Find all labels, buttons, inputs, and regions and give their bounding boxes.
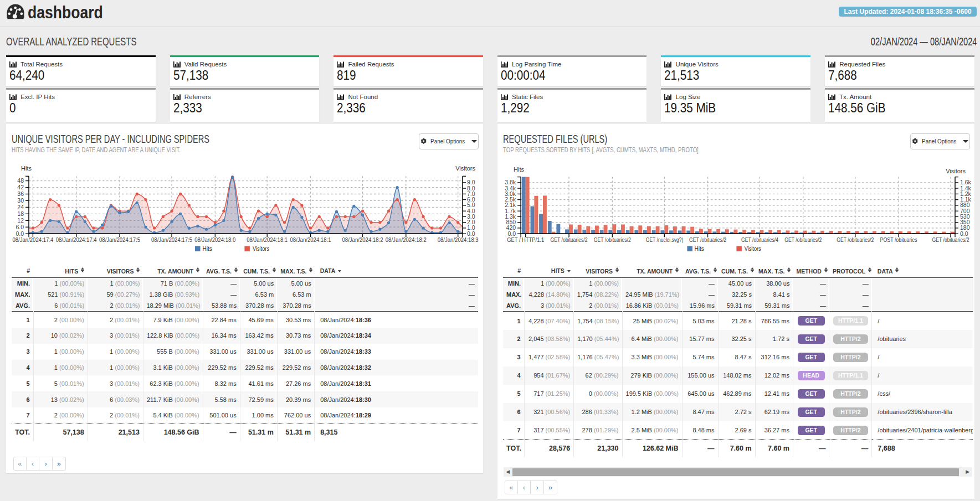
- svg-text:0.0: 0.0: [467, 230, 475, 237]
- svg-text:08/Jan/2024:17:4: 08/Jan/2024:17:4: [56, 236, 97, 243]
- svg-text:Hits: Hits: [21, 165, 32, 172]
- svg-text:12: 12: [17, 217, 24, 224]
- svg-text:700: 700: [960, 208, 970, 214]
- svg-text:350: 350: [960, 219, 970, 225]
- svg-text:18: 18: [17, 210, 24, 217]
- svg-text:Hits: Hits: [203, 246, 212, 252]
- svg-text:08/Jan/2024:18:0: 08/Jan/2024:18:0: [194, 236, 235, 243]
- svg-text:1.6k: 1.6k: [960, 179, 972, 186]
- svg-text:1.2k: 1.2k: [960, 190, 972, 197]
- svg-text:08/Jan/2024:18:1: 08/Jan/2024:18:1: [290, 236, 331, 243]
- svg-text:48: 48: [17, 177, 24, 184]
- svg-text:Visitors: Visitors: [745, 246, 761, 252]
- svg-text:GET /nuclei.svg?|: GET /nuclei.svg?|: [646, 236, 683, 243]
- svg-text:Hits: Hits: [695, 246, 704, 252]
- svg-text:08/Jan/2024:17:4: 08/Jan/2024:17:4: [12, 236, 53, 243]
- svg-text:Hits: Hits: [514, 166, 524, 173]
- svg-text:2.0: 2.0: [467, 219, 475, 225]
- svg-text:GET / HTTP/1.1: GET / HTTP/1.1: [507, 236, 544, 243]
- svg-text:850: 850: [506, 219, 516, 225]
- svg-text:GET /obituaries/4: GET /obituaries/4: [741, 236, 778, 243]
- svg-text:42: 42: [17, 184, 24, 190]
- svg-text:08/Jan/2024:17:5: 08/Jan/2024:17:5: [99, 236, 140, 243]
- svg-text:Visitors: Visitors: [253, 246, 269, 252]
- svg-text:6.0: 6.0: [16, 224, 24, 230]
- svg-text:0.0: 0.0: [16, 230, 24, 237]
- svg-text:3.0k: 3.0k: [505, 190, 516, 197]
- svg-text:08/Jan/2024:18:2: 08/Jan/2024:18:2: [342, 236, 383, 243]
- svg-text:36: 36: [17, 190, 24, 197]
- svg-text:0.0: 0.0: [960, 230, 968, 237]
- svg-text:Visitors: Visitors: [455, 165, 475, 172]
- svg-text:GET /obituaries/2: GET /obituaries/2: [932, 236, 969, 243]
- svg-text:880: 880: [960, 202, 970, 209]
- svg-text:POST /obituaries: POST /obituaries: [880, 236, 917, 243]
- svg-text:GET /obituaries/2: GET /obituaries/2: [594, 236, 631, 243]
- svg-text:9.0: 9.0: [467, 179, 475, 186]
- svg-text:08/Jan/2024:18:2: 08/Jan/2024:18:2: [386, 236, 427, 243]
- svg-text:3.8k: 3.8k: [505, 179, 516, 186]
- svg-text:GET /obituaries/2: GET /obituaries/2: [837, 236, 874, 243]
- svg-text:08/Jan/2024:17:5: 08/Jan/2024:17:5: [151, 236, 192, 243]
- svg-text:GET /obituaries/2: GET /obituaries/2: [689, 236, 726, 243]
- svg-text:GET /obituaries/2: GET /obituaries/2: [784, 236, 822, 243]
- svg-text:4.0: 4.0: [467, 208, 475, 214]
- svg-text:7.0: 7.0: [467, 190, 475, 197]
- svg-text:24: 24: [17, 204, 24, 210]
- svg-text:30: 30: [17, 197, 24, 204]
- svg-text:1.7k: 1.7k: [505, 208, 516, 214]
- svg-text:GET /obituaries/2: GET /obituaries/2: [551, 236, 588, 243]
- svg-text:08/Jan/2024:18:3: 08/Jan/2024:18:3: [438, 236, 479, 243]
- svg-text:0.0: 0.0: [507, 230, 516, 237]
- svg-text:08/Jan/2024:18:1: 08/Jan/2024:18:1: [247, 236, 288, 243]
- svg-text:2.1k: 2.1k: [505, 202, 516, 209]
- svg-text:Visitors: Visitors: [946, 168, 966, 174]
- svg-text:5.0: 5.0: [467, 202, 475, 209]
